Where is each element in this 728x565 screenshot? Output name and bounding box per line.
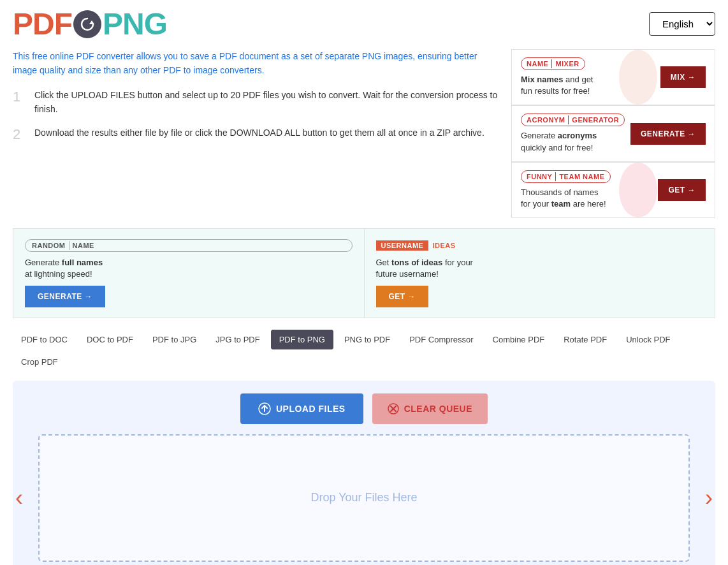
ad-team-badge-left: FUNNY <box>527 173 552 180</box>
nav-pdf-to-jpg[interactable]: PDF to JPG <box>144 330 205 349</box>
nav-crop-pdf[interactable]: Crop PDF <box>13 352 66 372</box>
left-content: This free online PDF converter allows yo… <box>13 49 499 218</box>
nav-jpg-to-pdf[interactable]: JPG to PDF <box>207 330 268 349</box>
svg-marker-0 <box>89 20 94 24</box>
step-1: 1 Click the UPLOAD FILES button and sele… <box>13 88 499 117</box>
banner-random-name-badge: RANDOM NAME <box>25 239 353 252</box>
drop-zone-text: Drop Your Files Here <box>310 491 417 504</box>
ad-team-badge-right: TEAM NAME <box>559 173 604 180</box>
banner-ideas-label: IDEAS <box>428 240 459 251</box>
logo-pdf: PDF <box>13 6 72 41</box>
drop-zone[interactable]: Drop Your Files Here <box>38 434 690 562</box>
carousel-right-arrow[interactable]: › <box>705 485 713 511</box>
banner-get-button[interactable]: GET → <box>376 286 429 307</box>
ad-card-acronym: ACRONYM GENERATOR Generate acronymsquick… <box>511 105 715 161</box>
ad-acronym-desc: Generate acronymsquickly and for free! <box>521 130 630 153</box>
ad-acronym-badge: ACRONYM GENERATOR <box>521 114 625 126</box>
banner-username-label: USERNAME <box>376 240 429 251</box>
ad-name-mixer-badge: NAME MIXER <box>521 57 585 70</box>
nav-pdf-to-png[interactable]: PDF to PNG <box>271 330 333 349</box>
header: PDF PNG English <box>13 6 715 41</box>
banner-left: RANDOM NAME Generate full namesat lightn… <box>13 229 365 317</box>
logo: PDF PNG <box>13 6 167 41</box>
steps-list: 1 Click the UPLOAD FILES button and sele… <box>13 88 499 143</box>
banner-username-badge: USERNAME IDEAS <box>376 239 704 252</box>
main-content: This free online PDF converter allows yo… <box>13 49 715 218</box>
upload-files-label: UPLOAD FILES <box>276 404 346 414</box>
ad-badge-left: NAME <box>527 60 548 68</box>
ad-acronym-badge-right: GENERATOR <box>572 116 619 124</box>
clear-icon <box>388 403 399 415</box>
ad-card-team-name: FUNNY TEAM NAME Thousands of namesfor yo… <box>511 162 715 218</box>
logo-to-icon <box>73 10 101 38</box>
banner-right: USERNAME IDEAS Get tons of ideas for you… <box>365 229 715 317</box>
drop-zone-wrapper: ‹ Drop Your Files Here › <box>25 434 703 562</box>
upload-controls: UPLOAD FILES CLEAR QUEUE <box>25 393 703 424</box>
clear-queue-label: CLEAR QUEUE <box>404 404 472 414</box>
banner-generate-button[interactable]: GENERATE → <box>25 286 105 307</box>
logo-to <box>72 10 103 38</box>
step-2-text: Download the results either file by file… <box>34 126 484 140</box>
page-description: This free online PDF converter allows yo… <box>13 49 499 78</box>
banner-badge-random-right: NAME <box>73 242 94 249</box>
tool-nav: PDF to DOC DOC to PDF PDF to JPG JPG to … <box>13 330 715 372</box>
nav-doc-to-pdf[interactable]: DOC to PDF <box>78 330 142 349</box>
language-selector[interactable]: English <box>649 12 715 36</box>
nav-pdf-to-doc[interactable]: PDF to DOC <box>13 330 76 349</box>
banner-left-desc: Generate full namesat lightning speed! <box>25 257 353 280</box>
nav-pdf-compressor[interactable]: PDF Compressor <box>401 330 481 349</box>
step-2-number: 2 <box>13 126 27 144</box>
upload-files-button[interactable]: UPLOAD FILES <box>240 393 363 424</box>
ad-team-name-badge: FUNNY TEAM NAME <box>521 170 611 183</box>
upload-icon <box>258 402 271 415</box>
right-sidebar: NAME MIXER Mix names and getfun results … <box>511 49 715 218</box>
logo-png: PNG <box>103 6 167 41</box>
step-1-number: 1 <box>13 88 27 106</box>
nav-rotate-pdf[interactable]: Rotate PDF <box>555 330 615 349</box>
banner-ad: RANDOM NAME Generate full namesat lightn… <box>13 228 715 318</box>
ad-team-name-button[interactable]: GET → <box>658 179 706 201</box>
ad-acronym-left: ACRONYM GENERATOR Generate acronymsquick… <box>521 114 630 153</box>
step-2: 2 Download the results either file by fi… <box>13 126 499 144</box>
carousel-left-arrow[interactable]: ‹ <box>15 485 23 511</box>
ad-badge-right: MIXER <box>555 60 579 68</box>
nav-combine-pdf[interactable]: Combine PDF <box>484 330 553 349</box>
ad-acronym-badge-left: ACRONYM <box>527 116 565 124</box>
ad-name-mixer-button[interactable]: MIX → <box>660 66 706 88</box>
banner-badge-random-left: RANDOM <box>32 242 66 249</box>
clear-queue-button[interactable]: CLEAR QUEUE <box>372 393 488 424</box>
nav-unlock-pdf[interactable]: Unlock PDF <box>618 330 678 349</box>
ad-acronym-button[interactable]: GENERATE → <box>630 123 706 145</box>
banner-right-desc: Get tons of ideas for yourfuture usernam… <box>376 257 704 280</box>
step-1-text: Click the UPLOAD FILES button and select… <box>34 88 499 117</box>
ad-card-name-mixer: NAME MIXER Mix names and getfun results … <box>511 49 715 105</box>
upload-area: UPLOAD FILES CLEAR QUEUE ‹ Drop Your Fil… <box>13 381 715 566</box>
nav-png-to-pdf[interactable]: PNG to PDF <box>336 330 398 349</box>
